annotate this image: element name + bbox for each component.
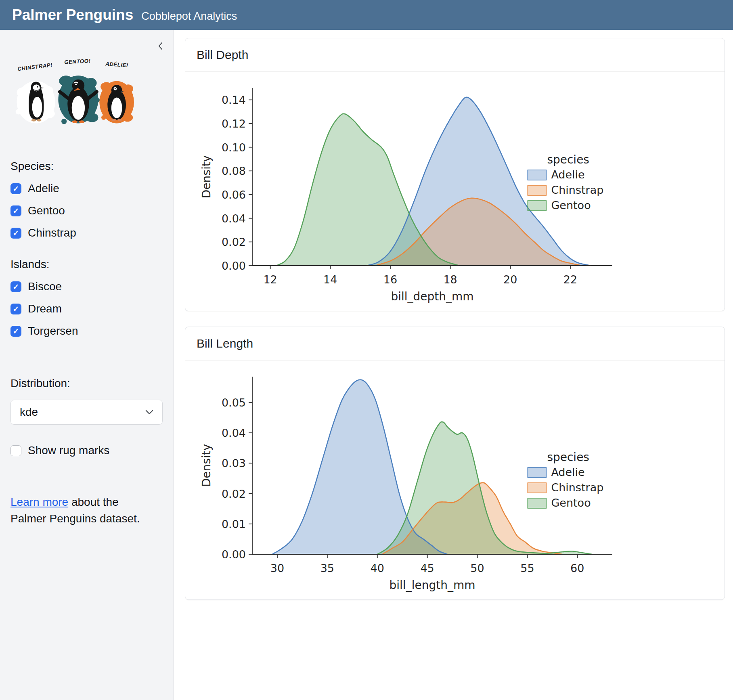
svg-text:0.12: 0.12 [222, 117, 246, 130]
svg-text:40: 40 [371, 562, 384, 574]
app-title: Palmer Penguins [12, 0, 133, 30]
islands-checkbox-torgersen[interactable]: ✓ Torgersen [10, 325, 163, 337]
svg-text:20: 20 [503, 273, 517, 286]
checkbox-gentoo[interactable]: ✓ [10, 205, 21, 216]
species-checkbox-gentoo[interactable]: ✓ Gentoo [10, 204, 163, 217]
species-section-label: Species: [10, 160, 163, 173]
chevron-left-icon [156, 41, 165, 51]
learn-more-link[interactable]: Learn more [10, 496, 68, 508]
gentoo-art-label: GENTOO! [64, 58, 91, 65]
checkbox-chinstrap[interactable]: ✓ [10, 228, 21, 239]
svg-text:35: 35 [320, 562, 334, 574]
bill-length-chart: 303540455055600.000.010.020.030.040.05bi… [192, 365, 716, 595]
svg-text:12: 12 [263, 273, 277, 286]
checkbox-adelie[interactable]: ✓ [10, 183, 21, 194]
rug-checkbox-label: Show rug marks [28, 444, 109, 457]
islands-checkbox-dream[interactable]: ✓ Dream [10, 302, 163, 315]
svg-text:0.02: 0.02 [222, 236, 246, 248]
check-icon: ✓ [13, 327, 19, 335]
svg-text:Adelie: Adelie [551, 168, 584, 181]
main-content: Bill Depth 1214161820220.000.020.040.060… [174, 30, 733, 700]
chevron-down-icon [145, 410, 153, 415]
distribution-select[interactable]: kde [10, 400, 163, 425]
svg-text:60: 60 [570, 562, 584, 574]
svg-text:0.04: 0.04 [222, 427, 246, 439]
svg-text:30: 30 [270, 562, 284, 574]
bill-depth-card-body: 1214161820220.000.020.040.060.080.100.12… [185, 72, 725, 311]
svg-text:Chinstrap: Chinstrap [551, 184, 603, 196]
penguins-artwork: CHINSTRAP! GENTOO! ADÉLIE! [12, 54, 143, 135]
bill-length-card-title: Bill Length [185, 327, 725, 360]
show-rug-marks-checkbox[interactable]: ✓ Show rug marks [10, 444, 163, 457]
svg-text:Adelie: Adelie [551, 466, 584, 478]
islands-checkbox-label: Torgersen [28, 325, 78, 337]
svg-text:45: 45 [420, 562, 434, 574]
chinstrap-art-label: CHINSTRAP! [17, 62, 53, 72]
check-icon: ✓ [13, 185, 19, 193]
islands-checkbox-biscoe[interactable]: ✓ Biscoe [10, 280, 163, 293]
bill-length-card-body: 303540455055600.000.010.020.030.040.05bi… [185, 360, 725, 599]
svg-text:18: 18 [443, 273, 457, 286]
islands-checkbox-label: Biscoe [28, 280, 62, 293]
sidebar-collapse-button[interactable] [154, 39, 168, 54]
svg-text:Gentoo: Gentoo [551, 199, 591, 212]
checkbox-biscoe[interactable]: ✓ [10, 281, 21, 292]
svg-text:0.05: 0.05 [222, 396, 246, 409]
app-subtitle: Cobblepot Analytics [141, 10, 237, 23]
svg-text:Gentoo: Gentoo [551, 497, 591, 509]
islands-checkbox-label: Dream [28, 302, 62, 315]
svg-text:0.00: 0.00 [222, 260, 246, 272]
species-checkbox-adelie[interactable]: ✓ Adelie [10, 182, 163, 195]
sidebar: CHINSTRAP! GENTOO! ADÉLIE! Species: ✓ Ad… [0, 30, 174, 700]
species-checkbox-label: Gentoo [28, 204, 65, 217]
svg-text:0.14: 0.14 [222, 94, 246, 106]
svg-text:22: 22 [563, 273, 577, 286]
svg-text:0.00: 0.00 [222, 548, 246, 561]
svg-text:Chinstrap: Chinstrap [551, 481, 603, 494]
svg-text:0.08: 0.08 [222, 165, 246, 177]
svg-text:0.03: 0.03 [222, 457, 246, 469]
page-layout: CHINSTRAP! GENTOO! ADÉLIE! Species: ✓ Ad… [0, 30, 733, 700]
species-checkbox-chinstrap[interactable]: ✓ Chinstrap [10, 226, 163, 239]
checkbox-rug-marks[interactable]: ✓ [10, 445, 21, 456]
bill-depth-card: Bill Depth 1214161820220.000.020.040.060… [185, 38, 725, 311]
bill-depth-chart: 1214161820220.000.020.040.060.080.100.12… [192, 77, 716, 307]
svg-text:Density: Density [200, 155, 213, 198]
check-icon: ✓ [13, 207, 19, 215]
svg-text:0.04: 0.04 [222, 212, 246, 225]
svg-text:0.06: 0.06 [222, 189, 246, 201]
checkbox-dream[interactable]: ✓ [10, 304, 21, 314]
svg-text:species: species [547, 153, 589, 166]
checkbox-torgersen[interactable]: ✓ [10, 326, 21, 337]
distribution-label: Distribution: [10, 377, 163, 390]
islands-section-label: Islands: [10, 258, 163, 271]
svg-text:0.10: 0.10 [222, 141, 246, 154]
learn-more-text: Learn more about the Palmer Penguins dat… [10, 494, 153, 527]
adelie-art-label: ADÉLIE! [105, 61, 129, 68]
svg-text:50: 50 [470, 562, 484, 574]
check-icon: ✓ [13, 283, 19, 291]
svg-text:bill_length_mm: bill_length_mm [390, 578, 475, 592]
check-icon: ✓ [13, 305, 19, 313]
check-icon: ✓ [13, 229, 19, 237]
svg-text:55: 55 [520, 562, 534, 574]
svg-text:14: 14 [323, 273, 337, 286]
svg-text:bill_depth_mm: bill_depth_mm [391, 290, 473, 303]
svg-text:Density: Density [200, 444, 213, 487]
svg-text:species: species [547, 451, 589, 464]
bill-depth-card-title: Bill Depth [185, 38, 725, 72]
distribution-select-value: kde [20, 406, 38, 419]
svg-text:0.02: 0.02 [222, 488, 246, 500]
svg-text:0.01: 0.01 [222, 518, 246, 530]
species-checkbox-label: Chinstrap [28, 226, 76, 239]
svg-text:16: 16 [383, 273, 397, 286]
app-header: Palmer Penguins Cobblepot Analytics [0, 0, 733, 30]
bill-length-card: Bill Length 303540455055600.000.010.020.… [185, 327, 725, 600]
species-checkbox-label: Adelie [28, 182, 59, 195]
